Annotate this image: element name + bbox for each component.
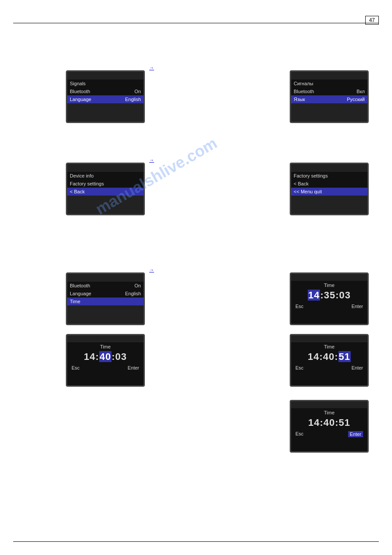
- screen-bl-row2: Language English: [67, 290, 144, 297]
- time3-label: Time: [291, 342, 367, 349]
- time2-esc: Esc: [72, 365, 79, 370]
- screen-ml-bottom: [67, 196, 144, 214]
- screen-tl-row3-label: Language: [70, 97, 125, 102]
- screen-ml-row1: Device info: [67, 172, 144, 180]
- screen-tl-row2-label: Bluetooth: [70, 89, 134, 94]
- screen-ml-topbar: [67, 164, 144, 172]
- screen-mr-row1-label: Factory settings: [294, 173, 365, 178]
- time2-label: Time: [67, 342, 144, 349]
- page-number: 47: [365, 16, 379, 25]
- time3-seconds: 51: [338, 351, 351, 362]
- screen-ml-row2-label: Factory settings: [70, 181, 141, 186]
- time4-esc: Esc: [295, 431, 303, 437]
- screen-bl-row2-label: Language: [70, 291, 125, 296]
- time1-value: 14:35:03: [291, 288, 367, 303]
- screen-bot-left: Bluetooth On Language English Time: [66, 272, 145, 325]
- screen-mr-row3: << Menu quit: [291, 188, 367, 196]
- time3-value: 14:40:51: [291, 349, 367, 364]
- section2-arrow: →: [149, 157, 154, 163]
- time1-enter: Enter: [352, 304, 363, 309]
- time-screen-2: Time 14:40:03 Esc Enter: [66, 334, 145, 387]
- section3-arrow: →: [149, 267, 154, 272]
- screen-tl-row1: Signals: [67, 80, 144, 87]
- screen-bl-row2-value: English: [125, 291, 141, 296]
- screen-tr-row3: Язык Русский: [291, 95, 367, 103]
- time1-hours: 14: [308, 290, 320, 301]
- time2-minutes: 40: [99, 351, 111, 362]
- time2-value: 14:40:03: [67, 349, 144, 364]
- screen-bl-topbar: [67, 274, 144, 282]
- screen-mr-topbar: [291, 164, 367, 172]
- section1-arrow: →: [149, 65, 154, 70]
- screen-tr-row2: Bluetooth Вкл: [291, 87, 367, 95]
- time4-buttons: Esc Enter: [291, 430, 367, 439]
- screen-mid-left: Device info Factory settings < Back: [66, 163, 145, 215]
- screen-tl-row2: Bluetooth On: [67, 87, 144, 95]
- bottom-border-line: [13, 541, 379, 542]
- time-screen-4: Time 14:40:51 Esc Enter: [290, 400, 369, 453]
- screen-bl-row1-label: Bluetooth: [70, 283, 134, 288]
- screen-tl-topbar: [67, 72, 144, 80]
- time1-buttons: Esc Enter: [291, 303, 367, 311]
- screen-tl-row2-value: On: [134, 89, 141, 94]
- screen-tr-row1-label: Сигналы: [294, 81, 365, 86]
- time4-topbar: [291, 401, 367, 408]
- screen-mid-right: Factory settings < Back << Menu quit: [290, 163, 369, 215]
- time-screen-1: Time 14:35:03 Esc Enter: [290, 272, 369, 325]
- screen-bl-row1: Bluetooth On: [67, 282, 144, 290]
- screen-mr-row1: Factory settings: [291, 172, 367, 180]
- screen-mr-bottom: [291, 196, 367, 214]
- screen-tl-row1-label: Signals: [70, 81, 141, 86]
- screen-tl-bottom: [67, 103, 144, 122]
- time2-enter: Enter: [128, 365, 139, 370]
- time4-label: Time: [291, 408, 367, 415]
- screen-top-right: Сигналы Bluetooth Вкл Язык Русский: [290, 70, 369, 123]
- time1-label: Time: [291, 281, 367, 288]
- screen-bl-bottom: [67, 305, 144, 324]
- screen-tr-row3-label: Язык: [294, 97, 347, 102]
- screen-bl-row3-label: Time: [70, 299, 141, 304]
- screen-mr-row2: < Back: [291, 180, 367, 188]
- time-screen-3: Time 14:40:51 Esc Enter: [290, 334, 369, 387]
- time2-buttons: Esc Enter: [67, 364, 144, 372]
- screen-mr-row2-label: < Back: [294, 181, 365, 186]
- time4-enter: Enter: [348, 431, 363, 437]
- screen-mr-row3-label: << Menu quit: [294, 189, 365, 194]
- time1-esc: Esc: [295, 304, 303, 309]
- screen-top-left: Signals Bluetooth On Language English: [66, 70, 145, 123]
- screen-bl-row3: Time: [67, 297, 144, 305]
- screen-ml-row3: < Back: [67, 188, 144, 196]
- screen-tl-row3-value: English: [125, 97, 141, 102]
- time3-topbar: [291, 335, 367, 342]
- screen-ml-row2: Factory settings: [67, 180, 144, 188]
- screen-tr-topbar: [291, 72, 367, 80]
- screen-tr-row1: Сигналы: [291, 80, 367, 87]
- screen-tr-bottom: [291, 103, 367, 122]
- time2-topbar: [67, 335, 144, 342]
- time3-buttons: Esc Enter: [291, 364, 367, 372]
- screen-ml-row3-label: < Back: [70, 189, 141, 194]
- screen-tr-row3-value: Русский: [347, 97, 365, 102]
- screen-tr-row2-label: Bluetooth: [294, 89, 356, 94]
- screen-ml-row1-label: Device info: [70, 173, 141, 178]
- screen-tr-row2-value: Вкл: [356, 89, 365, 94]
- time1-topbar: [291, 274, 367, 281]
- time3-esc: Esc: [295, 365, 303, 370]
- time3-enter: Enter: [352, 365, 363, 370]
- top-border-line: [13, 23, 379, 23]
- screen-bl-row1-value: On: [134, 283, 141, 288]
- time4-value: 14:40:51: [291, 415, 367, 430]
- screen-tl-row3: Language English: [67, 95, 144, 103]
